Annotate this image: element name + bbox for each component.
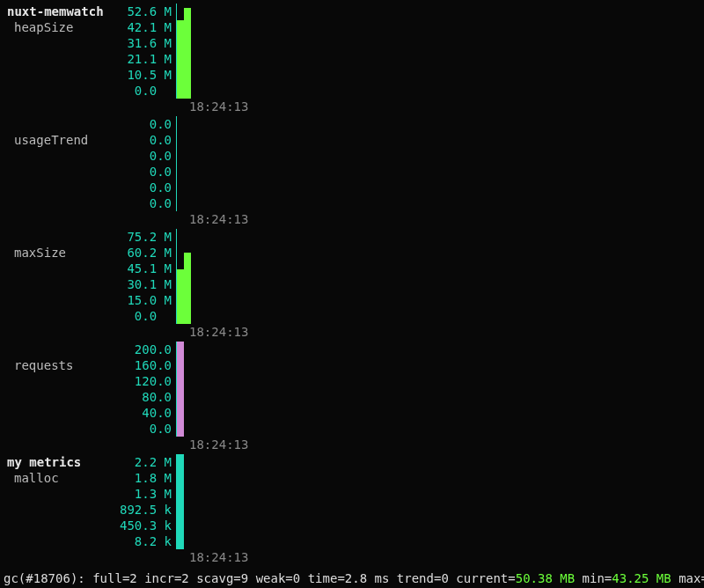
- bar: [177, 269, 184, 324]
- ytick: 0.0: [0, 195, 172, 211]
- ytick: 0.0: [0, 132, 172, 148]
- status-current-lbl: current=: [449, 571, 516, 585]
- panel-heapsize: nuxt-memwatch heapSize 52.6 M 42.1 M 31.…: [0, 4, 704, 114]
- status-line: gc(#18706): full=2 incr=2 scavg=9 weak=0…: [0, 570, 704, 586]
- panel-usagetrend: usageTrend 0.0 0.0 0.0 0.0 0.0 0.0 18:24…: [0, 116, 704, 227]
- bar: [184, 253, 191, 324]
- status-weak-lbl: weak=: [248, 571, 293, 585]
- ytick: 52.6 M: [0, 4, 172, 19]
- ytick: 60.2 M: [0, 245, 172, 261]
- yticks-malloc: 2.2 M 1.8 M 1.3 M 892.5 k 450.3 k 8.2 k: [0, 454, 172, 549]
- timestamp-requests: 18:24:13: [189, 437, 248, 452]
- ytick: 8.2 k: [0, 533, 172, 549]
- ytick: 30.1 M: [0, 276, 172, 292]
- ytick: 21.1 M: [0, 51, 172, 67]
- ytick: 80.0: [0, 389, 172, 405]
- status-trend-lbl: trend=: [389, 571, 441, 585]
- bar: [177, 20, 184, 99]
- status-mid: ): full=: [70, 571, 129, 585]
- status-min-lbl: min=: [575, 571, 612, 585]
- status-current: 50.38 MB: [516, 571, 575, 585]
- timestamp-usagetrend: 18:24:13: [189, 211, 248, 227]
- ytick: 15.0 M: [0, 292, 172, 308]
- bars-requests: [177, 342, 184, 437]
- status-trend: 0: [441, 571, 448, 585]
- ytick: 40.0: [0, 405, 172, 421]
- yticks-requests: 200.0 160.0 120.0 80.0 40.0 0.0: [0, 342, 172, 437]
- bars-malloc: [177, 454, 184, 549]
- timestamp-maxsize: 18:24:13: [189, 324, 248, 340]
- timestamp-heapsize: 18:24:13: [189, 99, 248, 114]
- status-incr-lbl: incr=: [137, 571, 182, 585]
- ytick: 0.0: [0, 116, 172, 132]
- status-weak: 0: [293, 571, 300, 585]
- bar: [177, 342, 184, 437]
- ytick: 450.3 k: [0, 518, 172, 533]
- ytick: 31.6 M: [0, 35, 172, 51]
- status-time: 2.8 ms: [345, 571, 390, 585]
- status-incr: 2: [181, 571, 188, 585]
- ytick: 0.0: [0, 308, 172, 324]
- timestamp-malloc: 18:24:13: [189, 549, 248, 565]
- ytick: 0.0: [0, 180, 172, 195]
- status-time-lbl: time=: [300, 571, 345, 585]
- ytick: 0.0: [0, 83, 172, 99]
- ytick: 0.0: [0, 148, 172, 164]
- bar: [184, 8, 191, 99]
- ytick: 0.0: [0, 164, 172, 180]
- status-gcid: 18706: [33, 571, 70, 585]
- yticks-heapsize: 52.6 M 42.1 M 31.6 M 21.1 M 10.5 M 0.0: [0, 4, 172, 99]
- bars-maxsize: [177, 229, 191, 324]
- ytick: 892.5 k: [0, 502, 172, 518]
- ytick: 42.1 M: [0, 19, 172, 35]
- bar: [177, 454, 184, 549]
- axis-usagetrend: [176, 116, 177, 211]
- panel-malloc: my metrics malloc 2.2 M 1.8 M 1.3 M 892.…: [0, 454, 704, 565]
- terminal-screen: nuxt-memwatch heapSize 52.6 M 42.1 M 31.…: [0, 0, 704, 588]
- bars-heapsize: [177, 4, 191, 99]
- status-min: 43.25 MB: [612, 571, 671, 585]
- ytick: 1.8 M: [0, 470, 172, 486]
- ytick: 200.0: [0, 342, 172, 357]
- status-scavg: 9: [241, 571, 248, 585]
- ytick: 160.0: [0, 357, 172, 373]
- ytick: 75.2 M: [0, 229, 172, 245]
- ytick: 120.0: [0, 373, 172, 389]
- panel-requests: requests 200.0 160.0 120.0 80.0 40.0 0.0…: [0, 342, 704, 452]
- ytick: 2.2 M: [0, 454, 172, 470]
- status-scavg-lbl: scavg=: [189, 571, 241, 585]
- ytick: 10.5 M: [0, 67, 172, 83]
- panel-maxsize: maxSize 75.2 M 60.2 M 45.1 M 30.1 M 15.0…: [0, 229, 704, 340]
- ytick: 0.0: [0, 421, 172, 437]
- ytick: 1.3 M: [0, 486, 172, 502]
- ytick: 45.1 M: [0, 261, 172, 276]
- status-max-lbl: max=: [671, 571, 704, 585]
- yticks-usagetrend: 0.0 0.0 0.0 0.0 0.0 0.0: [0, 116, 172, 211]
- yticks-maxsize: 75.2 M 60.2 M 45.1 M 30.1 M 15.0 M 0.0: [0, 229, 172, 324]
- status-prefix: gc(#: [4, 571, 33, 585]
- status-full: 2: [129, 571, 136, 585]
